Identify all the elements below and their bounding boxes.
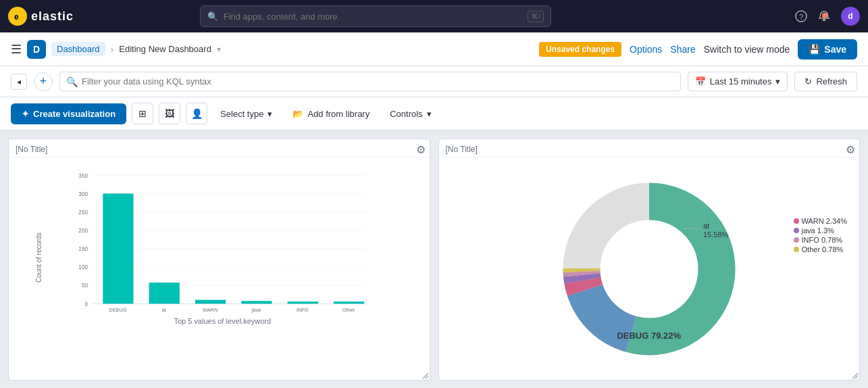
options-button[interactable]: Options xyxy=(630,44,662,55)
elastic-logo[interactable]: e elastic xyxy=(8,7,74,26)
switch-view-mode-button[interactable]: Switch to view mode xyxy=(704,44,790,55)
panel-bar-chart: [No Title] ⚙ Count of records 350 300 25… xyxy=(8,139,430,381)
svg-text:DEBUG: DEBUG xyxy=(109,307,127,313)
svg-text:INFO: INFO xyxy=(297,307,309,313)
bar-warn xyxy=(195,300,226,304)
library-icon: 📂 xyxy=(292,109,303,119)
svg-text:java: java xyxy=(251,307,261,313)
global-search-input[interactable] xyxy=(224,11,522,22)
svg-text:100: 100 xyxy=(78,264,88,270)
breadcrumb-chevron-icon[interactable]: ▾ xyxy=(217,45,221,54)
notification-dot xyxy=(822,13,827,18)
collapse-icon: ◂ xyxy=(17,77,21,87)
controls-chevron: ▾ xyxy=(427,109,432,119)
svg-text:300: 300 xyxy=(78,191,88,197)
save-button[interactable]: 💾 Save xyxy=(798,39,857,59)
svg-text:250: 250 xyxy=(78,210,88,216)
panel-2-resize-handle[interactable] xyxy=(848,369,859,380)
legend-dot-warn xyxy=(794,218,799,224)
donut-legend: WARN 2.34% java 1.3% INFO 0.78% Other 0.… xyxy=(794,217,847,255)
select-type-button[interactable]: Select type ▾ xyxy=(213,104,280,124)
kql-input-wrapper: 🔍 xyxy=(59,72,681,91)
search-shortcut-badge: ⌘/ xyxy=(528,11,544,22)
bar-at xyxy=(149,283,180,304)
refresh-button[interactable]: ↻ Refresh xyxy=(794,72,857,91)
save-icon: 💾 xyxy=(809,44,820,55)
notifications-wrapper xyxy=(818,10,830,22)
panel-1-settings-button[interactable]: ⚙ xyxy=(416,143,426,156)
collapse-filter-button[interactable]: ◂ xyxy=(11,74,27,90)
top-navigation: e elastic 🔍 ⌘/ ? d xyxy=(0,0,868,32)
person-icon-button[interactable]: 👤 xyxy=(186,103,207,124)
legend-dot-info xyxy=(794,237,799,243)
legend-item-other: Other 0.78% xyxy=(794,245,847,253)
bar-chart-svg: 350 300 250 200 150 100 50 0 xyxy=(48,170,397,314)
share-button[interactable]: Share xyxy=(670,44,695,55)
svg-text:350: 350 xyxy=(78,173,88,179)
global-search-bar[interactable]: 🔍 ⌘/ xyxy=(200,5,551,27)
time-picker[interactable]: 📅 Last 15 minutes ▾ xyxy=(688,72,788,91)
bar-chart-subtitle: Top 5 values of level.keyword xyxy=(48,317,397,325)
create-visualization-button[interactable]: ✦ Create visualization xyxy=(11,103,126,124)
refresh-icon: ↻ xyxy=(805,76,812,87)
select-type-chevron: ▾ xyxy=(267,109,272,119)
svg-text:at: at xyxy=(162,307,166,313)
search-icon: 🔍 xyxy=(207,11,218,22)
grid-icon: ⊞ xyxy=(138,108,147,119)
svg-text:e: e xyxy=(14,12,19,22)
image-icon-button[interactable]: 🖼 xyxy=(159,103,180,124)
bar-java xyxy=(241,301,272,304)
breadcrumb-current-page: Editing New Dashboard xyxy=(119,44,211,54)
time-range-label: Last 15 minutes xyxy=(710,76,772,87)
donut-center-hole xyxy=(601,220,698,318)
time-picker-chevron: ▾ xyxy=(775,76,780,87)
legend-dot-other xyxy=(794,247,799,252)
create-viz-icon: ✦ xyxy=(22,109,29,119)
bar-info xyxy=(288,301,318,304)
breadcrumb-bar: ☰ D Dashboard › Editing New Dashboard ▾ … xyxy=(0,32,868,66)
bar-chart-area: Count of records 350 300 250 200 150 100 xyxy=(14,163,424,352)
svg-text:?: ? xyxy=(799,13,803,21)
filter-bar: ◂ + 🔍 📅 Last 15 minutes ▾ ↻ Refresh xyxy=(0,66,868,97)
y-axis-label: Count of records xyxy=(35,233,43,283)
legend-item-java: java 1.3% xyxy=(794,226,847,235)
grid-icon-button[interactable]: ⊞ xyxy=(132,103,153,124)
dashboard-icon-button[interactable]: D xyxy=(27,40,46,59)
dashboard-toolbar: ✦ Create visualization ⊞ 🖼 👤 Select type… xyxy=(0,97,868,130)
person-icon: 👤 xyxy=(191,108,203,119)
legend-dot-java xyxy=(794,228,799,233)
bar-debug xyxy=(103,193,133,304)
kql-input[interactable] xyxy=(59,72,681,91)
controls-button[interactable]: Controls ▾ xyxy=(382,104,438,124)
panel-1-resize-handle[interactable] xyxy=(419,369,430,380)
donut-at-label: at xyxy=(703,222,709,230)
panel-2-settings-button[interactable]: ⚙ xyxy=(846,143,855,156)
add-filter-button[interactable]: + xyxy=(34,72,53,91)
svg-text:200: 200 xyxy=(78,228,88,234)
svg-text:50: 50 xyxy=(82,283,88,289)
donut-debug-bottom-label: DEBUG 79.22% xyxy=(617,331,681,341)
breadcrumb-actions: Unsaved changes Options Share Switch to … xyxy=(539,39,857,59)
svg-text:0: 0 xyxy=(84,301,88,308)
elastic-wordmark: elastic xyxy=(31,9,74,24)
dashboard-canvas: [No Title] ⚙ Count of records 350 300 25… xyxy=(0,130,868,388)
unsaved-changes-badge: Unsaved changes xyxy=(539,42,621,57)
calendar-icon: 📅 xyxy=(695,76,706,87)
breadcrumb-separator: › xyxy=(111,44,114,55)
help-icon-button[interactable]: ? xyxy=(795,10,807,22)
add-from-library-button[interactable]: 📂 Add from library xyxy=(285,104,377,124)
donut-chart-container: DEBUG 79.22% at 15.58% WARN 2.34% java 1… xyxy=(444,163,854,374)
svg-text:Other: Other xyxy=(342,307,355,313)
bar-other xyxy=(334,301,364,304)
panel-donut-chart: [No Title] ⚙ xyxy=(438,139,861,381)
svg-text:WARN: WARN xyxy=(203,307,218,313)
panel-2-title: [No Title] xyxy=(439,139,860,157)
breadcrumb-dashboard-link[interactable]: Dashboard xyxy=(51,42,105,56)
panel-2-content: DEBUG 79.22% at 15.58% WARN 2.34% java 1… xyxy=(439,157,860,380)
nav-icon-group: ? d xyxy=(795,7,860,26)
hamburger-button[interactable]: ☰ xyxy=(11,42,22,57)
panel-1-title: [No Title] xyxy=(9,139,430,157)
donut-at-pct: 15.58% xyxy=(703,231,729,239)
user-avatar[interactable]: d xyxy=(841,7,860,26)
panel-1-content: Count of records 350 300 250 200 150 100 xyxy=(9,157,430,380)
